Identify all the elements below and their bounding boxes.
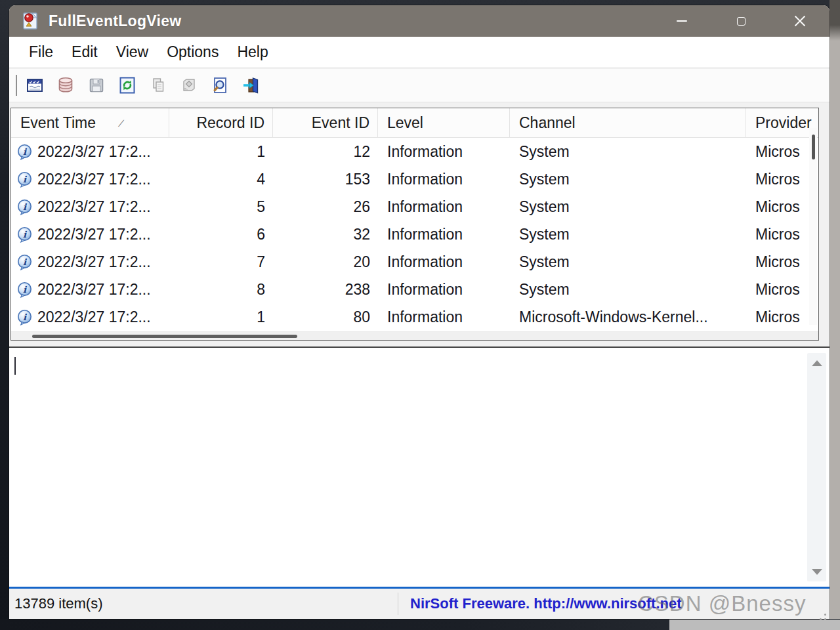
table-header: Event Time ∕ Record ID Event ID Level Ch… xyxy=(11,108,818,138)
find-button[interactable] xyxy=(209,74,231,96)
cell-event-id: 32 xyxy=(273,220,378,248)
message-pane[interactable] xyxy=(9,346,830,587)
load-events-button[interactable] xyxy=(54,74,77,96)
cell-record-id: 4 xyxy=(169,165,273,193)
information-icon: i xyxy=(16,199,33,215)
title-bar[interactable]: FullEventLogView xyxy=(9,5,830,37)
table-row[interactable]: i2022/3/27 17:2... 5 26 Information Syst… xyxy=(11,193,818,220)
properties-button[interactable] xyxy=(178,74,200,96)
window-title: FullEventLogView xyxy=(49,12,181,30)
cell-level: Information xyxy=(378,303,510,331)
column-header-record-id[interactable]: Record ID xyxy=(169,108,273,137)
cell-provider: Micros xyxy=(746,165,819,193)
exit-icon xyxy=(242,76,260,94)
close-button[interactable] xyxy=(781,8,819,34)
arrow-down-icon xyxy=(812,569,822,575)
maximize-button[interactable] xyxy=(722,8,760,34)
save-button[interactable] xyxy=(85,74,108,96)
information-icon: i xyxy=(16,171,33,188)
cell-record-id: 6 xyxy=(169,220,273,248)
copy-icon xyxy=(149,76,167,94)
table-vertical-scrollbar-thumb[interactable] xyxy=(812,135,815,159)
cell-level: Information xyxy=(378,193,510,220)
copy-button[interactable] xyxy=(147,74,169,96)
table-row[interactable]: i2022/3/27 17:2... 4 153 Information Sys… xyxy=(11,165,818,193)
information-icon: i xyxy=(16,144,33,160)
menu-options[interactable]: Options xyxy=(158,43,228,61)
table-row[interactable]: i2022/3/27 17:2... 7 20 Information Syst… xyxy=(11,248,818,276)
column-header-level[interactable]: Level xyxy=(378,108,510,137)
refresh-button[interactable] xyxy=(116,74,138,96)
cell-channel: Microsoft-Windows-Kernel... xyxy=(510,303,746,331)
refresh-icon xyxy=(118,76,136,94)
minimize-icon xyxy=(677,20,687,22)
menu-file[interactable]: File xyxy=(20,43,62,61)
exit-button[interactable] xyxy=(240,74,262,96)
toolbar-gripper[interactable] xyxy=(16,75,17,96)
cell-event-id: 153 xyxy=(273,165,378,193)
database-icon xyxy=(56,76,75,94)
cell-event-id: 12 xyxy=(273,138,378,165)
sort-ascending-icon: ∕ xyxy=(120,117,124,129)
message-pane-scrollbar[interactable] xyxy=(807,353,826,581)
menu-edit[interactable]: Edit xyxy=(62,43,107,61)
cell-level: Information xyxy=(378,138,510,165)
cell-record-id: 8 xyxy=(169,276,273,303)
information-icon: i xyxy=(16,254,33,270)
table-row[interactable]: i2022/3/27 17:2... 6 32 Information Syst… xyxy=(11,220,818,248)
menu-bar: File Edit View Options Help xyxy=(9,37,830,68)
scroll-down-button[interactable] xyxy=(807,563,826,580)
cell-record-id: 5 xyxy=(169,193,273,220)
cell-channel: System xyxy=(510,220,746,248)
column-header-provider[interactable]: Provider xyxy=(746,108,819,137)
table-horizontal-scrollbar-thumb[interactable] xyxy=(32,335,297,338)
cell-channel: System xyxy=(510,193,746,220)
table-row[interactable]: i2022/3/27 17:2... 1 12 Information Syst… xyxy=(11,138,818,165)
cell-channel: System xyxy=(510,248,746,276)
cell-provider: Micros xyxy=(746,138,819,165)
app-icon xyxy=(22,11,39,31)
table-horizontal-scrollbar[interactable] xyxy=(11,331,819,340)
cell-event-id: 20 xyxy=(273,248,378,276)
maximize-icon xyxy=(737,17,746,26)
save-icon xyxy=(87,76,106,94)
text-caret xyxy=(14,357,16,375)
properties-icon xyxy=(180,76,198,94)
close-icon xyxy=(793,14,807,28)
column-header-channel[interactable]: Channel xyxy=(510,108,746,137)
scroll-up-button[interactable] xyxy=(807,354,826,371)
cell-level: Information xyxy=(378,165,510,193)
items-count: 13789 item(s) xyxy=(9,595,398,612)
column-header-event-id[interactable]: Event ID xyxy=(273,108,378,137)
app-window: FullEventLogView File Edit View Options … xyxy=(9,5,830,619)
resize-grip-icon[interactable] xyxy=(824,614,826,616)
table-row[interactable]: i2022/3/27 17:2... 1 80 Information Micr… xyxy=(11,303,818,331)
event-table: Event Time ∕ Record ID Event ID Level Ch… xyxy=(10,108,819,341)
table-row[interactable]: i2022/3/27 17:2... 8 238 Information Sys… xyxy=(11,276,818,303)
find-icon xyxy=(211,76,229,94)
cell-event-id: 238 xyxy=(273,276,378,303)
cell-record-id: 7 xyxy=(169,248,273,276)
column-header-event-time[interactable]: Event Time ∕ xyxy=(11,108,169,137)
cell-event-time: 2022/3/27 17:2... xyxy=(37,308,151,326)
cell-channel: System xyxy=(510,276,746,303)
cell-level: Information xyxy=(378,276,510,303)
cell-level: Information xyxy=(378,220,510,248)
cell-channel: System xyxy=(510,165,746,193)
cell-provider: Micros xyxy=(746,220,819,248)
data-source-icon xyxy=(26,76,44,94)
cell-event-time: 2022/3/27 17:2... xyxy=(37,198,151,216)
menu-view[interactable]: View xyxy=(107,43,158,61)
cell-provider: Micros xyxy=(746,303,819,331)
choose-data-source-button[interactable] xyxy=(24,74,46,96)
cell-event-time: 2022/3/27 17:2... xyxy=(37,253,151,271)
cell-level: Information xyxy=(378,248,510,276)
cell-provider: Micros xyxy=(746,248,819,276)
toolbar xyxy=(9,69,830,102)
menu-help[interactable]: Help xyxy=(228,43,277,61)
minimize-button[interactable] xyxy=(663,8,701,34)
cell-event-time: 2022/3/27 17:2... xyxy=(37,143,151,161)
watermark: CSDN @Bnessy xyxy=(638,591,806,616)
cell-provider: Micros xyxy=(746,276,819,303)
table-vertical-scrollbar[interactable] xyxy=(809,128,817,325)
